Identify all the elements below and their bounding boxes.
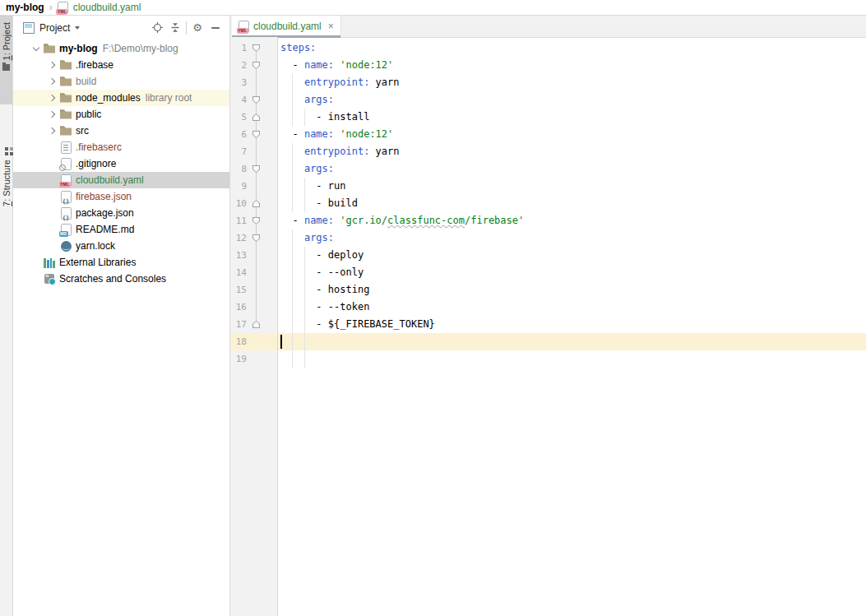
project-panel-header: Project ⚙ bbox=[13, 16, 229, 39]
editor-surface[interactable]: 1steps:2 - name: 'node:12'3 entrypoint: … bbox=[230, 37, 866, 616]
line-number: 7 bbox=[230, 143, 247, 160]
scratches-icon bbox=[42, 272, 57, 285]
chevron-down-icon[interactable] bbox=[30, 43, 42, 55]
tree-item-src[interactable]: src bbox=[13, 123, 229, 139]
breadcrumb-file[interactable]: cloudbuild.yaml bbox=[73, 2, 141, 13]
tree-item-label: public bbox=[76, 109, 101, 120]
tree-item-cloudbuild-yaml[interactable]: YMLcloudbuild.yaml bbox=[13, 172, 229, 188]
folder-icon bbox=[58, 124, 73, 137]
chevron-spacer bbox=[46, 224, 58, 236]
code-line-5[interactable]: - install bbox=[280, 109, 866, 126]
chevron-spacer bbox=[46, 141, 58, 154]
folder-icon bbox=[58, 91, 73, 104]
tree-item-external-libraries[interactable]: External Libraries bbox=[13, 254, 229, 271]
line-number: 9 bbox=[230, 178, 247, 195]
code-line-11[interactable]: - name: 'gcr.io/classfunc-com/firebase' bbox=[280, 212, 866, 229]
code-line-17[interactable]: - ${_FIREBASE_TOKEN} bbox=[280, 316, 866, 333]
code-line-6[interactable]: - name: 'node:12' bbox=[280, 126, 866, 143]
yaml-file-icon: YML bbox=[238, 20, 249, 33]
breadcrumb-project[interactable]: my-blog bbox=[6, 2, 44, 13]
line-number: 4 bbox=[230, 91, 247, 109]
tree-item-public[interactable]: public bbox=[13, 106, 229, 123]
json-icon: {} bbox=[58, 190, 73, 203]
project-tree: my-blogF:\Demo\my-blog.firebasebuildnode… bbox=[13, 40, 229, 616]
tree-item-label: build bbox=[76, 76, 96, 87]
hide-panel-icon[interactable] bbox=[206, 20, 225, 36]
tab-cloudbuild-yaml[interactable]: YML cloudbuild.yaml × bbox=[232, 16, 341, 37]
tree-item-label: firebase.json bbox=[76, 191, 132, 202]
code-line-12[interactable]: args: bbox=[280, 229, 866, 247]
tree-item-label: Scratches and Consoles bbox=[59, 273, 166, 285]
tree-item-label: README.md bbox=[76, 224, 134, 235]
yarn-icon bbox=[58, 239, 73, 252]
chevron-right-icon[interactable] bbox=[46, 109, 58, 121]
tool-window-button-project[interactable]: 1: Project bbox=[0, 16, 12, 104]
chevron-right-icon[interactable] bbox=[46, 76, 58, 88]
tree-item-scratches-and-consoles[interactable]: Scratches and Consoles bbox=[13, 271, 229, 287]
chevron-spacer bbox=[46, 240, 58, 252]
code-line-19[interactable] bbox=[280, 350, 866, 368]
tree-item--firebase[interactable]: .firebase bbox=[13, 57, 229, 73]
tree-item-label: .firebase bbox=[76, 59, 113, 71]
code-line-1[interactable]: steps: bbox=[280, 39, 866, 57]
json-icon: {} bbox=[58, 206, 73, 220]
code-line-15[interactable]: - hosting bbox=[280, 281, 866, 299]
tree-item--firebaserc[interactable]: .firebaserc bbox=[13, 139, 229, 155]
folder-icon bbox=[58, 58, 73, 72]
line-number: 19 bbox=[230, 350, 247, 368]
breadcrumb: my-blog › YML cloudbuild.yaml bbox=[0, 0, 866, 16]
gear-icon[interactable]: ⚙ bbox=[188, 20, 206, 36]
tree-item-firebase-json[interactable]: {}firebase.json bbox=[13, 188, 229, 205]
ide-window: my-blog › YML cloudbuild.yaml 1: Project… bbox=[0, 0, 866, 616]
tool-window-button-structure[interactable]: 7: Structure bbox=[0, 144, 12, 279]
tree-item--gitignore[interactable]: .gitignore bbox=[13, 155, 229, 172]
code-line-7[interactable]: entrypoint: yarn bbox=[280, 143, 866, 160]
code-line-13[interactable]: - deploy bbox=[280, 247, 866, 264]
tree-item-label: my-blog bbox=[59, 43, 98, 54]
code-line-18[interactable] bbox=[280, 333, 866, 350]
tree-item-label: node_modules bbox=[76, 92, 141, 104]
code-line-8[interactable]: args: bbox=[280, 160, 866, 178]
line-number: 8 bbox=[230, 160, 247, 178]
tree-item-label: yarn.lock bbox=[76, 240, 115, 252]
text-cursor bbox=[280, 335, 282, 349]
chevron-down-icon[interactable] bbox=[75, 26, 80, 30]
tree-item-node-modules[interactable]: node_moduleslibrary root bbox=[13, 90, 229, 106]
chevron-right-icon[interactable] bbox=[46, 59, 58, 72]
tree-item-readme-md[interactable]: MDREADME.md bbox=[13, 221, 229, 238]
divider bbox=[186, 21, 187, 35]
code-line-10[interactable]: - build bbox=[280, 195, 866, 212]
tree-item-label: package.json bbox=[76, 207, 134, 219]
breadcrumb-separator-icon: › bbox=[49, 2, 53, 13]
chevron-right-icon[interactable] bbox=[46, 92, 58, 104]
tree-item-build[interactable]: build bbox=[13, 73, 229, 90]
tree-item-label: cloudbuild.yaml bbox=[76, 174, 144, 186]
chevron-right-icon[interactable] bbox=[46, 125, 58, 137]
code-line-9[interactable]: - run bbox=[280, 178, 866, 195]
code-line-4[interactable]: args: bbox=[280, 91, 866, 109]
line-number: 5 bbox=[230, 109, 247, 126]
chevron-spacer bbox=[46, 158, 58, 170]
close-icon[interactable]: × bbox=[328, 21, 334, 32]
line-number: 18 bbox=[230, 333, 247, 350]
locate-file-icon[interactable] bbox=[148, 20, 166, 36]
panel-title[interactable]: Project bbox=[39, 22, 70, 34]
tree-item-package-json[interactable]: {}package.json bbox=[13, 205, 229, 221]
code-line-14[interactable]: - --only bbox=[280, 264, 866, 281]
tree-item-label: .gitignore bbox=[76, 158, 116, 169]
code-line-3[interactable]: entrypoint: yarn bbox=[280, 74, 866, 91]
code-line-2[interactable]: - name: 'node:12' bbox=[280, 57, 866, 74]
tree-item-suffix: library root bbox=[146, 92, 192, 104]
code-line-16[interactable]: - --token bbox=[280, 299, 866, 316]
tree-item-yarn-lock[interactable]: yarn.lock bbox=[13, 238, 229, 254]
tree-item-my-blog[interactable]: my-blogF:\Demo\my-blog bbox=[13, 40, 229, 57]
line-number: 3 bbox=[230, 74, 247, 91]
libs-icon bbox=[42, 256, 57, 269]
tab-label: cloudbuild.yaml bbox=[253, 21, 322, 32]
yml-icon: YML bbox=[58, 174, 73, 187]
chevron-spacer bbox=[30, 257, 42, 269]
collapse-all-icon[interactable] bbox=[166, 20, 184, 36]
tree-item-suffix: F:\Demo\my-blog bbox=[103, 43, 178, 54]
line-number: 10 bbox=[230, 195, 247, 212]
structure-tool-icon bbox=[5, 147, 8, 151]
